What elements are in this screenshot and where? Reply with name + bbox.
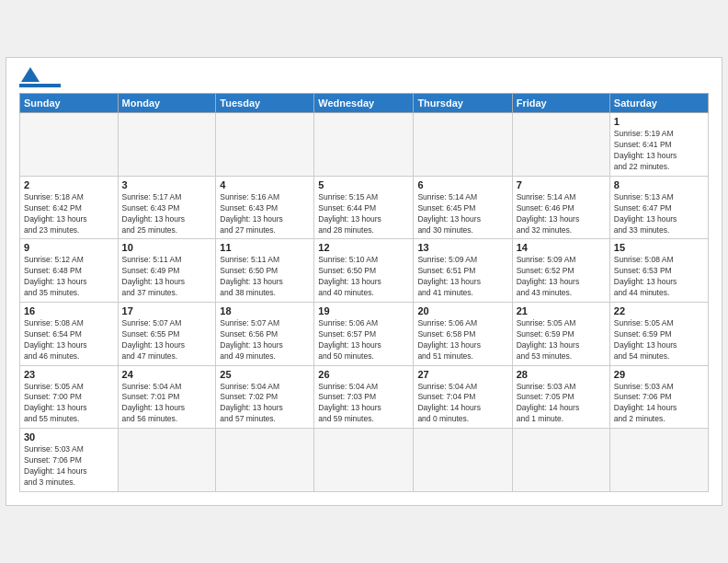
day-number: 14	[517, 242, 606, 253]
calendar-cell: 21Sunrise: 5:05 AM Sunset: 6:59 PM Dayli…	[512, 303, 609, 366]
calendar-cell: 27Sunrise: 5:04 AM Sunset: 7:04 PM Dayli…	[414, 365, 512, 429]
day-number: 12	[318, 242, 409, 253]
cell-info: Sunrise: 5:03 AM Sunset: 7:06 PM Dayligh…	[614, 382, 704, 426]
day-number: 2	[24, 179, 114, 190]
cell-info: Sunrise: 5:05 AM Sunset: 7:00 PM Dayligh…	[24, 382, 114, 426]
calendar-cell: 2Sunrise: 5:18 AM Sunset: 6:42 PM Daylig…	[20, 176, 119, 239]
calendar-week-row: 16Sunrise: 5:08 AM Sunset: 6:54 PM Dayli…	[20, 303, 709, 366]
day-number: 27	[417, 369, 507, 380]
day-number: 15	[614, 242, 704, 253]
weekday-header-cell: Tuesday	[216, 94, 314, 113]
day-number: 29	[614, 369, 704, 380]
header-section	[19, 67, 709, 87]
day-number: 21	[517, 305, 606, 316]
calendar-cell: 16Sunrise: 5:08 AM Sunset: 6:54 PM Dayli…	[20, 303, 119, 366]
calendar-cell: 8Sunrise: 5:13 AM Sunset: 6:47 PM Daylig…	[609, 176, 708, 239]
calendar-cell	[314, 113, 414, 177]
day-number: 23	[24, 369, 114, 380]
day-number: 10	[122, 242, 212, 253]
cell-info: Sunrise: 5:17 AM Sunset: 6:43 PM Dayligh…	[122, 192, 212, 236]
cell-info: Sunrise: 5:12 AM Sunset: 6:48 PM Dayligh…	[24, 255, 114, 299]
day-number: 25	[220, 369, 310, 380]
calendar-cell: 25Sunrise: 5:04 AM Sunset: 7:02 PM Dayli…	[216, 365, 314, 429]
calendar-cell: 17Sunrise: 5:07 AM Sunset: 6:55 PM Dayli…	[118, 303, 216, 366]
day-number: 13	[417, 242, 507, 253]
cell-info: Sunrise: 5:04 AM Sunset: 7:02 PM Dayligh…	[220, 382, 310, 426]
cell-info: Sunrise: 5:03 AM Sunset: 7:06 PM Dayligh…	[24, 444, 114, 488]
cell-info: Sunrise: 5:05 AM Sunset: 6:59 PM Dayligh…	[614, 318, 704, 362]
cell-info: Sunrise: 5:03 AM Sunset: 7:05 PM Dayligh…	[517, 382, 606, 426]
day-number: 8	[614, 179, 704, 190]
weekday-header-row: SundayMondayTuesdayWednesdayThursdayFrid…	[20, 94, 709, 113]
cell-info: Sunrise: 5:07 AM Sunset: 6:56 PM Dayligh…	[220, 318, 310, 362]
day-number: 11	[220, 242, 310, 253]
day-number: 9	[24, 242, 114, 253]
calendar-container: SundayMondayTuesdayWednesdayThursdayFrid…	[6, 57, 722, 505]
calendar-cell: 26Sunrise: 5:04 AM Sunset: 7:03 PM Dayli…	[314, 365, 414, 429]
calendar-cell: 14Sunrise: 5:09 AM Sunset: 6:52 PM Dayli…	[512, 239, 609, 303]
calendar-cell	[512, 429, 609, 492]
calendar-cell	[216, 113, 314, 177]
calendar-cell: 22Sunrise: 5:05 AM Sunset: 6:59 PM Dayli…	[609, 303, 708, 366]
cell-info: Sunrise: 5:04 AM Sunset: 7:04 PM Dayligh…	[417, 382, 507, 426]
logo-triangle	[21, 67, 40, 82]
day-number: 4	[220, 179, 310, 190]
cell-info: Sunrise: 5:15 AM Sunset: 6:44 PM Dayligh…	[318, 192, 409, 236]
calendar-cell	[414, 113, 512, 177]
calendar-week-row: 2Sunrise: 5:18 AM Sunset: 6:42 PM Daylig…	[20, 176, 709, 239]
calendar-cell: 18Sunrise: 5:07 AM Sunset: 6:56 PM Dayli…	[216, 303, 314, 366]
day-number: 5	[318, 179, 409, 190]
calendar-cell	[216, 429, 314, 492]
day-number: 20	[417, 305, 507, 316]
day-number: 19	[318, 305, 409, 316]
calendar-table: SundayMondayTuesdayWednesdayThursdayFrid…	[19, 93, 709, 491]
cell-info: Sunrise: 5:07 AM Sunset: 6:55 PM Dayligh…	[122, 318, 212, 362]
day-number: 6	[417, 179, 507, 190]
calendar-cell	[414, 429, 512, 492]
calendar-cell: 10Sunrise: 5:11 AM Sunset: 6:49 PM Dayli…	[118, 239, 216, 303]
cell-info: Sunrise: 5:04 AM Sunset: 7:01 PM Dayligh…	[122, 382, 212, 426]
cell-info: Sunrise: 5:08 AM Sunset: 6:53 PM Dayligh…	[614, 255, 704, 299]
calendar-cell: 15Sunrise: 5:08 AM Sunset: 6:53 PM Dayli…	[609, 239, 708, 303]
day-number: 7	[517, 179, 606, 190]
cell-info: Sunrise: 5:11 AM Sunset: 6:50 PM Dayligh…	[220, 255, 310, 299]
cell-info: Sunrise: 5:14 AM Sunset: 6:46 PM Dayligh…	[517, 192, 606, 236]
weekday-header-cell: Monday	[118, 94, 216, 113]
calendar-cell: 19Sunrise: 5:06 AM Sunset: 6:57 PM Dayli…	[314, 303, 414, 366]
calendar-week-row: 1Sunrise: 5:19 AM Sunset: 6:41 PM Daylig…	[20, 113, 709, 177]
cell-info: Sunrise: 5:09 AM Sunset: 6:52 PM Dayligh…	[517, 255, 606, 299]
day-number: 30	[24, 431, 114, 442]
weekday-header-cell: Wednesday	[314, 94, 414, 113]
weekday-header-cell: Friday	[512, 94, 609, 113]
calendar-cell: 1Sunrise: 5:19 AM Sunset: 6:41 PM Daylig…	[609, 113, 708, 177]
calendar-cell: 28Sunrise: 5:03 AM Sunset: 7:05 PM Dayli…	[512, 365, 609, 429]
calendar-week-row: 23Sunrise: 5:05 AM Sunset: 7:00 PM Dayli…	[20, 365, 709, 429]
calendar-cell	[314, 429, 414, 492]
calendar-cell: 7Sunrise: 5:14 AM Sunset: 6:46 PM Daylig…	[512, 176, 609, 239]
day-number: 28	[517, 369, 606, 380]
calendar-cell: 3Sunrise: 5:17 AM Sunset: 6:43 PM Daylig…	[118, 176, 216, 239]
day-number: 18	[220, 305, 310, 316]
cell-info: Sunrise: 5:05 AM Sunset: 6:59 PM Dayligh…	[517, 318, 606, 362]
cell-info: Sunrise: 5:09 AM Sunset: 6:51 PM Dayligh…	[417, 255, 507, 299]
calendar-cell: 9Sunrise: 5:12 AM Sunset: 6:48 PM Daylig…	[20, 239, 119, 303]
calendar-cell: 5Sunrise: 5:15 AM Sunset: 6:44 PM Daylig…	[314, 176, 414, 239]
weekday-header-cell: Thursday	[414, 94, 512, 113]
day-number: 1	[614, 116, 704, 127]
cell-info: Sunrise: 5:06 AM Sunset: 6:57 PM Dayligh…	[318, 318, 409, 362]
calendar-cell: 24Sunrise: 5:04 AM Sunset: 7:01 PM Dayli…	[118, 365, 216, 429]
calendar-cell: 13Sunrise: 5:09 AM Sunset: 6:51 PM Dayli…	[414, 239, 512, 303]
calendar-cell: 23Sunrise: 5:05 AM Sunset: 7:00 PM Dayli…	[20, 365, 119, 429]
day-number: 24	[122, 369, 212, 380]
cell-info: Sunrise: 5:19 AM Sunset: 6:41 PM Dayligh…	[614, 129, 704, 173]
calendar-cell	[118, 429, 216, 492]
cell-info: Sunrise: 5:10 AM Sunset: 6:50 PM Dayligh…	[318, 255, 409, 299]
cell-info: Sunrise: 5:11 AM Sunset: 6:49 PM Dayligh…	[122, 255, 212, 299]
calendar-cell: 11Sunrise: 5:11 AM Sunset: 6:50 PM Dayli…	[216, 239, 314, 303]
calendar-cell: 29Sunrise: 5:03 AM Sunset: 7:06 PM Dayli…	[609, 365, 708, 429]
calendar-cell: 30Sunrise: 5:03 AM Sunset: 7:06 PM Dayli…	[20, 429, 119, 492]
cell-info: Sunrise: 5:06 AM Sunset: 6:58 PM Dayligh…	[417, 318, 507, 362]
cell-info: Sunrise: 5:14 AM Sunset: 6:45 PM Dayligh…	[417, 192, 507, 236]
calendar-body: 1Sunrise: 5:19 AM Sunset: 6:41 PM Daylig…	[20, 113, 709, 491]
cell-info: Sunrise: 5:04 AM Sunset: 7:03 PM Dayligh…	[318, 382, 409, 426]
